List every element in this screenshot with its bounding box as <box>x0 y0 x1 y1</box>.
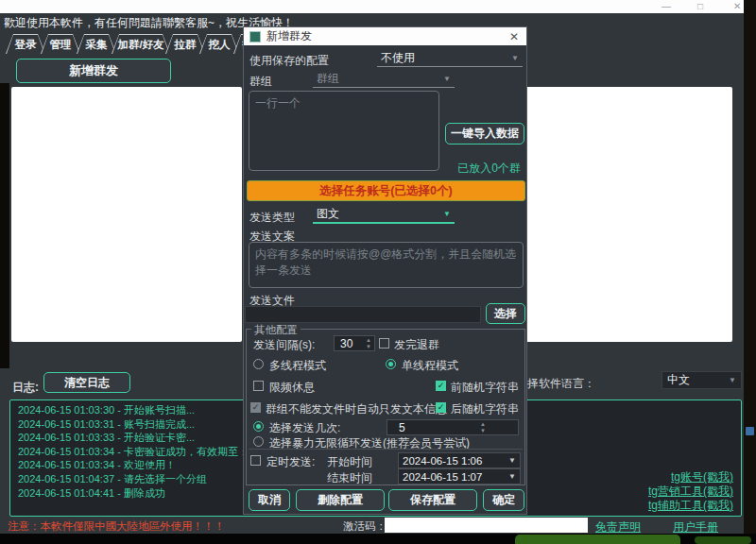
quit-after-checkbox[interactable] <box>379 338 389 348</box>
wallpaper-fragment <box>515 535 680 544</box>
tg-marketing-link[interactable]: tg营销工具(戳我) <box>648 484 733 498</box>
interval-label: 发送间隔(s): <box>253 337 315 353</box>
saved-config-select[interactable]: 不使用 ▼ <box>377 49 523 67</box>
file-fallback-checkbox[interactable]: ✓ <box>250 402 261 413</box>
multi-thread-radio[interactable] <box>253 359 264 369</box>
send-type-value: 图文 <box>317 206 339 222</box>
infinite-loop-radio[interactable] <box>253 436 264 447</box>
send-times-label: 选择发送几次: <box>269 420 340 436</box>
send-times-radio[interactable] <box>253 421 264 432</box>
saved-config-value: 不使用 <box>381 50 415 66</box>
new-broadcast-dialog: 新增群发 ✕ 使用保存的配置 不使用 ▼ 群组 群组 ▼ 一键导入数据 已放入0… <box>243 26 527 515</box>
cancel-button[interactable]: 取消 <box>249 489 290 511</box>
tab-login[interactable]: 登录 <box>6 34 45 54</box>
rate-rest-checkbox[interactable] <box>253 381 264 391</box>
file-fallback-label: 群组不能发文件时自动只发文本信息 <box>266 401 447 417</box>
chevron-down-icon: ▼ <box>443 210 451 218</box>
send-times-value: 5 <box>399 421 405 434</box>
spin-down-icon[interactable]: ▼ <box>366 344 371 350</box>
dialog-close-icon[interactable]: ✕ <box>509 30 519 43</box>
tab-collect[interactable]: 采集 <box>77 34 116 54</box>
single-thread-radio[interactable] <box>386 359 396 369</box>
send-file-input[interactable] <box>245 306 481 323</box>
wallpaper-fragment <box>695 536 751 544</box>
schedule-label: 定时发送: <box>266 454 315 470</box>
interval-spinner[interactable]: 30 ▲▼ <box>334 335 375 351</box>
send-text-textarea[interactable] <box>249 242 524 288</box>
check-icon: ✓ <box>252 403 260 412</box>
suffix-random-checkbox[interactable]: ✓ <box>436 402 446 413</box>
language-label: 选择软件语言： <box>516 376 595 392</box>
start-time-value: 2024-06-15 1:06 <box>403 455 482 467</box>
chevron-down-icon: ▼ <box>729 376 736 384</box>
end-time-select[interactable]: 2024-06-15 1:07 ▼ <box>398 468 521 484</box>
bottom-desktop-strip <box>0 534 756 544</box>
start-time-label: 开始时间 <box>327 454 372 470</box>
chevron-down-icon: ▼ <box>511 54 519 62</box>
other-config-title: 其他配置 <box>251 323 301 337</box>
group-label: 群组 <box>249 74 272 90</box>
tab-join-group[interactable]: 加群/好友 <box>112 34 170 54</box>
delete-config-button[interactable]: 删除配置 <box>296 489 385 511</box>
spin-down-icon[interactable]: ▼ <box>480 428 486 434</box>
ok-button[interactable]: 确定 <box>483 489 524 511</box>
group-select[interactable]: 群组 ▼ <box>313 70 455 88</box>
targets-textarea[interactable] <box>249 91 439 171</box>
rate-rest-label: 限频休息 <box>269 380 315 396</box>
minimize-icon[interactable]: — <box>662 1 671 12</box>
dialog-app-icon <box>249 31 261 42</box>
group-value: 群组 <box>317 71 339 87</box>
desktop: — □ ✕ 歡迎使用本軟件，有任何問題請聯繫客服~，祝生活愉快！ 登录 管理 采… <box>0 0 756 544</box>
spin-up-icon[interactable]: ▲ <box>480 421 486 428</box>
quit-after-label: 发完退群 <box>394 337 439 353</box>
send-type-select[interactable]: 图文 ▼ <box>313 206 455 224</box>
spin-up-icon[interactable]: ▲ <box>366 337 371 344</box>
tg-account-link[interactable]: tg账号(戳我) <box>671 470 733 484</box>
tg-assist-link[interactable]: tg辅助工具(戳我) <box>648 499 733 512</box>
select-file-button[interactable]: 选择 <box>486 303 525 324</box>
radio-dot <box>388 362 393 366</box>
clear-log-button[interactable]: 清空日志 <box>43 372 130 393</box>
window-titlebar: — □ ✕ <box>0 0 744 13</box>
prefix-random-label: 前随机字符串 <box>451 380 519 396</box>
dialog-titlebar: 新增群发 ✕ <box>244 27 526 45</box>
end-time-value: 2024-06-15 1:07 <box>403 471 482 483</box>
added-count-text: 已放入0个群 <box>457 161 521 177</box>
send-type-label: 发送类型 <box>249 210 295 226</box>
end-time-label: 结束时间 <box>327 470 372 486</box>
tab-manage[interactable]: 管理 <box>41 34 80 54</box>
interval-value: 30 <box>340 337 352 350</box>
activation-code-input[interactable] <box>385 518 588 533</box>
multi-thread-label: 多线程模式 <box>269 358 326 374</box>
close-icon[interactable]: ✕ <box>733 1 741 12</box>
language-select[interactable]: 中文 ▼ <box>662 371 742 389</box>
chevron-down-icon: ▼ <box>508 456 516 465</box>
new-broadcast-button[interactable]: 新增群发 <box>16 59 171 83</box>
prefix-random-checkbox[interactable]: ✓ <box>436 381 446 391</box>
tab-pull-group[interactable]: 拉群 <box>165 34 205 54</box>
left-desktop-strip <box>0 83 9 368</box>
chevron-down-icon: ▼ <box>443 75 451 83</box>
schedule-checkbox[interactable] <box>250 455 261 466</box>
language-value: 中文 <box>667 372 690 388</box>
dialog-title: 新增群发 <box>266 28 312 44</box>
warning-text: 注意：本軟件僅限中國大陸地區外使用！！！ <box>8 519 225 534</box>
save-config-button[interactable]: 保存配置 <box>388 489 477 511</box>
start-time-select[interactable]: 2024-06-15 1:06 ▼ <box>398 452 521 468</box>
tab-dig-people[interactable]: 挖人 <box>199 34 239 54</box>
activation-label: 激活码： <box>343 519 387 534</box>
send-times-spinner[interactable]: 5 ▲▼ <box>387 419 519 435</box>
single-thread-label: 单线程模式 <box>402 358 458 374</box>
check-icon: ✓ <box>438 403 445 412</box>
desktop-shortcut-icon[interactable] <box>746 427 754 435</box>
maximize-icon[interactable]: □ <box>697 1 703 12</box>
chevron-down-icon: ▼ <box>508 472 516 481</box>
radio-dot <box>256 424 261 429</box>
log-label: 日志: <box>12 380 39 396</box>
import-data-button[interactable]: 一键导入数据 <box>445 123 524 144</box>
select-accounts-button[interactable]: 选择任务账号(已选择0个) <box>247 180 525 201</box>
left-list-panel[interactable] <box>11 87 242 342</box>
saved-config-label: 使用保存的配置 <box>249 53 329 69</box>
divider <box>249 449 523 450</box>
right-desktop-strip <box>744 0 756 544</box>
